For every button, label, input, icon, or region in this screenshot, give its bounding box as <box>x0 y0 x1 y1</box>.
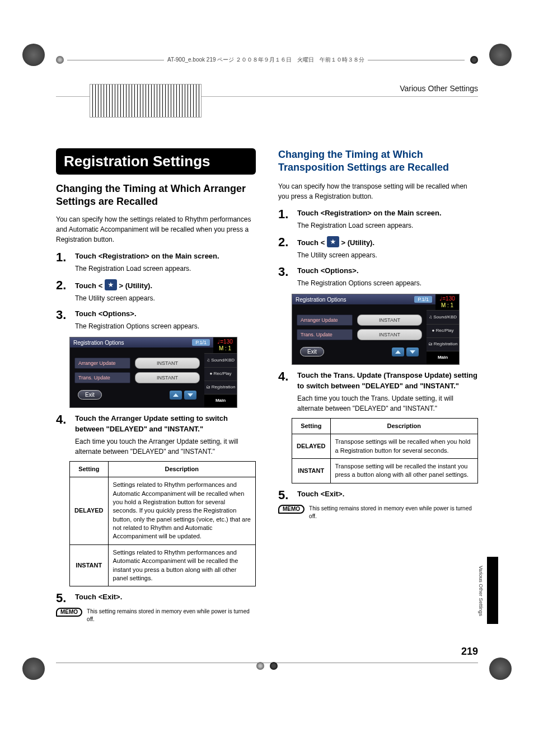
memo-note: MEMO This setting remains stored in memo… <box>56 608 256 623</box>
ss-option-value[interactable]: INSTANT <box>357 314 422 326</box>
table-header: Description <box>108 461 255 477</box>
utility-icon <box>105 279 117 290</box>
settings-table: Setting Description DELAYED Settings rel… <box>69 461 256 587</box>
setting-name: DELAYED <box>292 434 331 459</box>
step-title: Touch <Options>. <box>297 266 478 276</box>
page-number: 219 <box>56 646 478 658</box>
ss-tempo: ♩=130 M : 1 <box>435 294 459 310</box>
step-1: 1. Touch <Registration> on the Main scre… <box>278 208 478 231</box>
ss-up-arrow-icon[interactable] <box>392 348 404 356</box>
table-header: Description <box>330 418 477 434</box>
print-header-text: AT-900_e.book 219 ページ ２００８年９月１６日 火曜日 午前１… <box>167 56 364 64</box>
step-desc: The Registration Options screen appears. <box>297 278 478 288</box>
settings-table: Setting Description DELAYED Transpose se… <box>292 418 478 483</box>
step-3: 3. Touch <Options>. The Registration Opt… <box>278 266 478 288</box>
intro-text: You can specify how the transpose settin… <box>278 181 478 201</box>
step-number: 5. <box>278 489 292 501</box>
ss-down-arrow-icon[interactable] <box>406 348 419 356</box>
setting-name: INSTANT <box>70 544 109 586</box>
ss-up-arrow-icon[interactable] <box>170 391 182 400</box>
step-1: 1. Touch <Registration> on the Main scre… <box>56 251 256 274</box>
table-row: INSTANT Settings related to Rhythm perfo… <box>70 544 256 586</box>
ss-option-value[interactable]: INSTANT <box>135 358 200 369</box>
step-5: 5. Touch <Exit>. <box>56 592 256 604</box>
step-desc: The Registration Options screen appears. <box>75 321 256 331</box>
ss-down-arrow-icon[interactable] <box>184 391 196 400</box>
memo-badge-icon: MEMO <box>278 505 305 514</box>
step-desc: The Utility screen appears. <box>297 250 478 260</box>
setting-desc: Settings related to Rhythm performances … <box>108 477 255 545</box>
ui-screenshot: Registration Options P.1/1 ♩=130 M : 1 A <box>292 294 460 365</box>
step-desc: The Registration Load screen appears. <box>297 220 478 231</box>
ss-side-recplay[interactable]: ● Rec/Play <box>427 324 459 337</box>
ss-side-registration[interactable]: 🗂 Registration <box>204 381 237 394</box>
ss-option-key[interactable]: Trans. Update <box>74 372 130 383</box>
ss-side-registration[interactable]: 🗂 Registration <box>427 337 459 351</box>
step-4: 4. Touch the Arranger Update setting to … <box>56 414 256 456</box>
step-desc: Each time you touch the Arranger Update … <box>75 436 256 457</box>
chapter-tab-label: Various Other Settings <box>478 566 484 616</box>
ss-title: Registration Options <box>296 297 346 303</box>
ss-exit-button[interactable]: Exit <box>300 347 324 356</box>
ss-side-main[interactable]: Main <box>427 351 459 364</box>
print-corner-icon <box>489 44 512 66</box>
subsection-title: Changing the Timing at Which Arranger Se… <box>56 182 256 209</box>
setting-desc: Transpose setting will be recalled the i… <box>330 458 477 483</box>
utility-icon <box>327 236 339 247</box>
step-desc: Each time you touch the Trans. Update se… <box>297 393 478 414</box>
table-row: DELAYED Transpose settings will be recal… <box>292 434 478 459</box>
step-title: Touch <Options>. <box>75 309 256 319</box>
step-2: 2. Touch < > (Utility). The Utility scre… <box>278 236 478 260</box>
step-title: Touch <Exit>. <box>297 489 478 499</box>
step-desc: The Registration Load screen appears. <box>75 264 256 274</box>
ss-side-recplay[interactable]: ● Rec/Play <box>204 367 237 381</box>
ss-side-sound[interactable]: ♫ Sound/KBD <box>204 353 237 367</box>
ui-screenshot: Registration Options P.1/1 ♩=130 M : 1 A <box>69 337 237 408</box>
section-title: Registration Settings <box>56 148 256 175</box>
step-title: Touch the Arranger Update setting to swi… <box>75 414 256 434</box>
setting-name: INSTANT <box>292 458 331 483</box>
memo-text: This setting remains stored in memory ev… <box>309 505 478 520</box>
ss-side-sound[interactable]: ♫ Sound/KBD <box>427 310 459 323</box>
ss-side-main[interactable]: Main <box>204 394 237 407</box>
step-number: 3. <box>278 266 292 288</box>
ss-option-value[interactable]: INSTANT <box>357 329 422 340</box>
ss-page-pill: P.1/1 <box>192 339 210 346</box>
table-header: Setting <box>70 461 109 477</box>
ss-option-key[interactable]: Arranger Update <box>297 314 353 326</box>
subsection-title: Changing the Timing at Which Transpositi… <box>278 148 478 175</box>
ss-exit-button[interactable]: Exit <box>78 390 102 400</box>
chapter-tab-icon <box>487 557 498 624</box>
step-number: 3. <box>56 309 69 331</box>
step-desc: The Utility screen appears. <box>75 293 256 303</box>
ss-option-key[interactable]: Trans. Update <box>297 329 353 340</box>
memo-text: This setting remains stored in memory ev… <box>87 608 256 623</box>
ss-title: Registration Options <box>73 340 124 346</box>
step-number: 4. <box>278 370 292 413</box>
step-5: 5. Touch <Exit>. <box>278 489 478 501</box>
step-number: 2. <box>56 279 69 303</box>
ss-tempo: ♩=130 M : 1 <box>213 337 237 353</box>
ss-option-key[interactable]: Arranger Update <box>74 358 130 369</box>
setting-desc: Settings related to Rhythm performances … <box>108 544 255 586</box>
table-row: DELAYED Settings related to Rhythm perfo… <box>70 477 256 545</box>
print-registration-mark <box>256 662 278 670</box>
table-row: INSTANT Transpose setting will be recall… <box>292 458 478 483</box>
step-title: Touch < > (Utility). <box>297 236 478 248</box>
print-corner-icon <box>22 44 45 66</box>
setting-desc: Transpose settings will be recalled when… <box>330 434 477 459</box>
memo-badge-icon: MEMO <box>56 608 82 617</box>
step-number: 5. <box>56 592 69 604</box>
ss-option-value[interactable]: INSTANT <box>135 372 200 383</box>
print-header: AT-900_e.book 219 ページ ２００８年９月１６日 火曜日 午前１… <box>56 56 478 64</box>
step-number: 2. <box>278 236 292 260</box>
table-header: Setting <box>292 418 331 434</box>
step-4: 4. Touch the Trans. Update (Transpose Up… <box>278 370 478 413</box>
step-title: Touch the Trans. Update (Transpose Updat… <box>297 370 478 391</box>
step-title: Touch <Registration> on the Main screen. <box>297 208 478 218</box>
step-number: 1. <box>278 208 292 231</box>
step-number: 1. <box>56 251 69 274</box>
memo-note: MEMO This setting remains stored in memo… <box>278 505 478 520</box>
ss-page-pill: P.1/1 <box>414 296 432 303</box>
keyboard-thumbnail-icon <box>90 84 202 118</box>
